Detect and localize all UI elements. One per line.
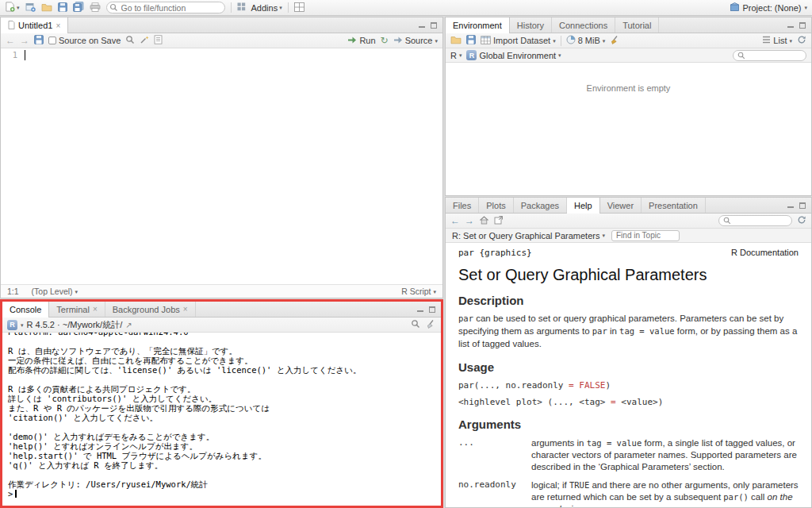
console-body[interactable]: Platform: aarch64-apple-darwin24.4.0 R は… <box>2 333 441 506</box>
addins-dropdown[interactable]: Addins ▾ <box>251 3 282 13</box>
refresh-button[interactable] <box>797 35 806 46</box>
search-icon <box>125 35 135 46</box>
tab-viewer[interactable]: Viewer <box>600 198 642 213</box>
file-type-selector[interactable]: R Script ▾ <box>401 287 436 296</box>
tab-files[interactable]: Files <box>446 198 479 213</box>
close-icon[interactable]: × <box>183 305 188 314</box>
open-directory-icon[interactable]: ↗ <box>125 321 132 329</box>
language-selector[interactable]: R ▾ <box>450 51 462 60</box>
environment-scope-row: R ▾ R Global Environment ▾ <box>446 48 811 63</box>
find-in-topic-input[interactable] <box>611 230 680 241</box>
maximize-icon[interactable] <box>431 22 437 29</box>
find-replace-button[interactable] <box>125 35 135 46</box>
maximize-icon[interactable] <box>799 22 806 29</box>
forward-icon[interactable]: → <box>465 215 474 226</box>
minimize-icon[interactable] <box>419 22 425 28</box>
text-cursor <box>15 490 17 498</box>
chevron-down-icon[interactable]: ▾ <box>21 322 24 328</box>
code-editor[interactable]: 1 <box>1 48 442 284</box>
refresh-button[interactable] <box>797 215 806 226</box>
console-prompt-line[interactable]: > <box>8 489 435 498</box>
tab-presentation[interactable]: Presentation <box>642 198 706 213</box>
minimize-icon[interactable] <box>787 202 794 208</box>
rerun-button[interactable]: ↻ <box>381 35 389 46</box>
tab-plots[interactable]: Plots <box>479 198 513 213</box>
environment-search-input[interactable] <box>748 51 802 60</box>
tab-terminal[interactable]: Terminal × <box>49 302 105 317</box>
console-search-icon[interactable] <box>411 319 420 330</box>
topic-selector[interactable]: R: Set or Query Graphical Parameters ▾ <box>452 231 605 241</box>
tab-tutorial[interactable]: Tutorial <box>615 17 659 33</box>
tab-history[interactable]: History <box>510 17 552 33</box>
description-heading: Description <box>458 294 799 307</box>
run-label: Run <box>359 36 375 45</box>
clear-objects-button[interactable] <box>610 35 620 47</box>
tab-console[interactable]: Console <box>2 302 49 318</box>
description-paragraph: par can be used to set or query graphica… <box>458 312 799 350</box>
goto-file-search <box>106 2 225 13</box>
tab-help[interactable]: Help <box>567 198 600 214</box>
new-project-button[interactable] <box>25 2 36 13</box>
maximize-icon[interactable] <box>429 306 435 313</box>
notebook-icon <box>154 35 163 46</box>
environment-search <box>733 50 806 61</box>
tab-label: Help <box>574 201 592 210</box>
pane-layout-button[interactable] <box>294 2 304 13</box>
compile-report-button[interactable] <box>154 35 163 46</box>
load-workspace-button[interactable] <box>450 35 462 46</box>
edit-area[interactable] <box>23 48 442 284</box>
save-button[interactable] <box>58 2 67 13</box>
environment-selector[interactable]: R Global Environment ▾ <box>466 50 561 60</box>
back-icon[interactable]: ← <box>450 215 460 226</box>
source-menu-button[interactable]: Source ▾ <box>393 36 438 46</box>
environment-content: Environment is empty <box>446 63 811 195</box>
source-label: Source <box>405 36 433 45</box>
show-in-new-window-button[interactable] <box>494 215 504 226</box>
tab-packages[interactable]: Packages <box>514 198 567 213</box>
close-icon[interactable]: × <box>56 21 60 30</box>
maximize-icon[interactable] <box>799 202 806 209</box>
print-button[interactable] <box>90 2 101 13</box>
close-icon[interactable]: × <box>93 305 98 314</box>
clear-console-icon[interactable] <box>426 319 436 331</box>
forward-icon[interactable]: → <box>20 35 29 46</box>
back-icon[interactable]: ← <box>6 35 15 46</box>
pane-layout-icon <box>294 2 304 13</box>
tab-connections[interactable]: Connections <box>552 17 615 33</box>
project-selector[interactable]: Project: (None) ▾ <box>730 2 808 13</box>
tab-background-jobs[interactable]: Background Jobs × <box>105 302 196 317</box>
memory-usage-button[interactable]: 8 MiB ▾ <box>566 35 606 46</box>
save-workspace-button[interactable] <box>466 35 476 46</box>
scope-selector[interactable]: (Top Level) ▾ <box>32 287 78 296</box>
minimize-icon[interactable] <box>417 306 423 312</box>
minimize-icon[interactable] <box>787 22 794 28</box>
code-tools-button[interactable] <box>140 35 149 46</box>
open-file-button[interactable] <box>41 2 52 13</box>
chevron-down-icon: ▾ <box>435 38 438 44</box>
save-button[interactable] <box>34 35 44 46</box>
save-all-button[interactable] <box>73 2 84 13</box>
refresh-icon <box>797 35 806 46</box>
grid-button[interactable] <box>237 2 246 13</box>
tab-environment[interactable]: Environment <box>446 17 510 33</box>
prompt-symbol: > <box>8 489 13 498</box>
source-on-save-checkbox[interactable]: Source on Save <box>48 36 121 45</box>
import-dataset-button[interactable]: Import Dataset ▾ <box>481 36 556 46</box>
r-logo-icon[interactable]: R <box>7 320 17 330</box>
save-all-icon <box>73 2 84 13</box>
run-button[interactable]: Run <box>347 36 375 46</box>
list-view-button[interactable]: List ▾ <box>762 36 792 45</box>
usage-heading: Usage <box>458 361 799 374</box>
tab-label: Viewer <box>607 201 634 210</box>
environment-empty-message: Environment is empty <box>587 83 671 195</box>
search-icon <box>109 3 118 12</box>
console-tabbar: Console Terminal × Background Jobs × <box>2 302 441 318</box>
tab-label: History <box>517 21 544 30</box>
toolbar-separator <box>231 2 232 13</box>
goto-file-input[interactable] <box>106 2 225 13</box>
tab-untitled1[interactable]: Untitled1 × <box>1 17 68 33</box>
help-search-input[interactable] <box>733 217 787 225</box>
new-file-button[interactable]: ▾ <box>5 2 20 13</box>
home-button[interactable] <box>479 215 489 226</box>
line-number: 1 <box>1 50 17 60</box>
